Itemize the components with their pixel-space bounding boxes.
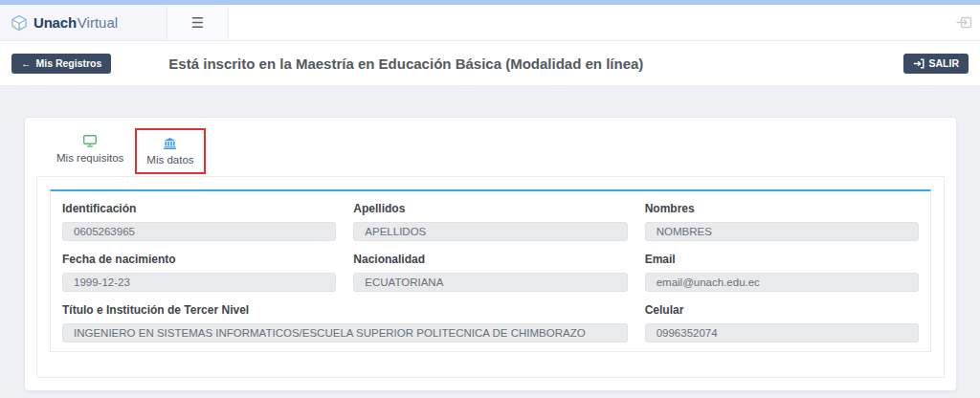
field-nombres: Nombres NOMBRES bbox=[645, 201, 919, 241]
sidebar-toggle-button[interactable]: ☰ bbox=[167, 5, 229, 40]
bank-icon bbox=[164, 137, 176, 149]
mis-registros-label: Mis Registros bbox=[36, 57, 102, 69]
app-header: UnachVirtual ☰ bbox=[0, 5, 980, 41]
titulo-institucion-label: Título e Institución de Tercer Nivel bbox=[62, 303, 628, 317]
logout-icon bbox=[913, 58, 924, 69]
field-fecha-nacimiento: Fecha de nacimiento 1999-12-23 bbox=[62, 252, 336, 292]
apellidos-input[interactable]: APELLIDOS bbox=[353, 222, 627, 241]
exit-fullscreen-icon[interactable] bbox=[956, 14, 972, 31]
tab-content-panel: Identificación 0605263965 Apellidos APEL… bbox=[36, 176, 945, 378]
email-input[interactable]: email@unach.edu.ec bbox=[645, 273, 919, 292]
monitor-icon bbox=[83, 135, 97, 147]
tab-mis-datos[interactable]: Mis datos bbox=[135, 128, 205, 174]
field-celular: Celular 0996352074 bbox=[645, 302, 919, 343]
back-arrow-icon: ← bbox=[21, 57, 32, 69]
personal-data-form: Identificación 0605263965 Apellidos APEL… bbox=[50, 189, 931, 352]
field-apellidos: Apellidos APELLIDOS bbox=[353, 201, 627, 241]
fecha-nacimiento-label: Fecha de nacimiento bbox=[62, 253, 336, 266]
email-label: Email bbox=[645, 253, 919, 266]
celular-label: Celular bbox=[645, 303, 919, 317]
brand-logo[interactable]: UnachVirtual bbox=[0, 5, 167, 40]
salir-label: SALIR bbox=[929, 57, 960, 69]
field-email: Email email@unach.edu.ec bbox=[645, 252, 919, 292]
form-grid: Identificación 0605263965 Apellidos APEL… bbox=[62, 201, 919, 343]
tab-bar: Mis requisitos Mis datos bbox=[25, 118, 956, 176]
enrollment-card: Mis requisitos Mis datos bbox=[24, 117, 957, 391]
tab-mis-datos-label: Mis datos bbox=[146, 154, 193, 166]
titulo-institucion-input[interactable]: INGENIERO EN SISTEMAS INFORMATICOS/ESCUE… bbox=[62, 323, 628, 343]
mis-registros-button[interactable]: ← Mis Registros bbox=[11, 54, 111, 74]
nombres-input[interactable]: NOMBRES bbox=[645, 222, 919, 241]
page-title: Está inscrito en la Maestría en Educació… bbox=[168, 55, 643, 72]
brand-name-bold: Unach bbox=[33, 14, 77, 31]
content-area: Mis requisitos Mis datos bbox=[0, 86, 980, 391]
nacionalidad-label: Nacionalidad bbox=[353, 253, 627, 266]
field-nacionalidad: Nacionalidad ECUATORIANA bbox=[353, 252, 627, 292]
subheader-bar: ← Mis Registros Está inscrito en la Maes… bbox=[0, 41, 980, 86]
tab-mis-requisitos-label: Mis requisitos bbox=[56, 152, 123, 164]
identificacion-input[interactable]: 0605263965 bbox=[62, 222, 336, 241]
celular-input[interactable]: 0996352074 bbox=[645, 323, 919, 343]
nombres-label: Nombres bbox=[645, 202, 919, 215]
header-right-area bbox=[229, 5, 980, 40]
tab-mis-requisitos[interactable]: Mis requisitos bbox=[47, 128, 133, 170]
fecha-nacimiento-input[interactable]: 1999-12-23 bbox=[62, 273, 336, 292]
hamburger-icon: ☰ bbox=[191, 15, 204, 30]
field-titulo-institucion: Título e Institución de Tercer Nivel ING… bbox=[62, 302, 628, 343]
brand-name-light: Virtual bbox=[78, 14, 118, 31]
nacionalidad-input[interactable]: ECUATORIANA bbox=[353, 273, 627, 292]
unach-cube-logo-icon bbox=[11, 14, 28, 32]
field-identificacion: Identificación 0605263965 bbox=[62, 201, 336, 241]
apellidos-label: Apellidos bbox=[353, 202, 627, 215]
identificacion-label: Identificación bbox=[62, 202, 336, 215]
salir-button[interactable]: SALIR bbox=[903, 54, 969, 74]
